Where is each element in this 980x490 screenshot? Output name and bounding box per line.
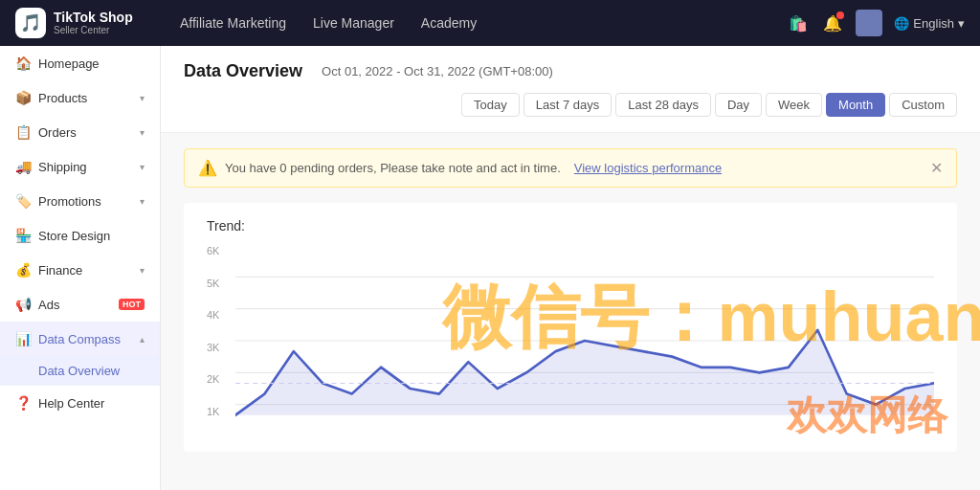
nav-academy[interactable]: Academy (421, 11, 477, 34)
brand-name: TikTok Shop (54, 10, 133, 26)
sidebar-item-data-compass[interactable]: 📊 Data Compass ▴ (0, 322, 160, 356)
time-filters: Today Last 7 days Last 28 days Day Week … (461, 93, 957, 117)
language-selector[interactable]: 🌐 English ▾ (894, 16, 965, 31)
filter-custom[interactable]: Custom (889, 93, 957, 117)
nav-live-manager[interactable]: Live Manager (313, 11, 394, 34)
logo: 🎵 TikTok Shop Seller Center (15, 8, 149, 38)
sidebar-item-orders[interactable]: 📋 Orders ▾ (0, 115, 160, 149)
alert-icon: ⚠️ (198, 159, 217, 177)
sidebar-item-products[interactable]: 📦 Products ▾ (0, 80, 160, 115)
filter-month[interactable]: Month (826, 93, 885, 117)
y-axis: 1K 2K 3K 4K 5K 6K (207, 245, 235, 417)
filter-day[interactable]: Day (715, 93, 762, 117)
alert-link[interactable]: View logistics performance (574, 161, 722, 175)
trend-chart (235, 245, 934, 436)
y-label-2k: 2K (207, 373, 235, 385)
page-title: Data Overview (184, 61, 302, 81)
tiktok-logo-icon: 🎵 (15, 8, 46, 38)
nav-right: 🛍️ 🔔 🌐 English ▾ (787, 10, 965, 36)
sidebar: 🏠 Homepage 📦 Products ▾ 📋 Orders ▾ 🚚 Shi… (0, 46, 161, 490)
brand-sub: Seller Center (54, 25, 133, 36)
nav-links: Affiliate Marketing Live Manager Academy (180, 11, 756, 34)
filter-last7[interactable]: Last 7 days (523, 93, 612, 117)
sidebar-item-promotions[interactable]: 🏷️ Promotions ▾ (0, 184, 160, 218)
chevron-shipping: ▾ (140, 162, 145, 172)
home-icon: 🏠 (15, 56, 31, 71)
store-design-icon: 🏪 (15, 228, 31, 243)
chevron-promotions: ▾ (140, 196, 145, 207)
shop-icon[interactable]: 🛍️ (787, 11, 810, 34)
sidebar-label-help-center: Help Center (38, 396, 145, 411)
date-range: Oct 01, 2022 - Oct 31, 2022 (GMT+08:00) (322, 64, 553, 78)
sidebar-label-products: Products (38, 91, 132, 105)
filter-today[interactable]: Today (461, 93, 520, 117)
hot-badge: HOT (119, 299, 145, 310)
chevron-finance: ▾ (140, 265, 145, 276)
y-label-5k: 5K (207, 278, 235, 289)
chart-container: 1K 2K 3K 4K 5K 6K (207, 245, 934, 436)
y-label-4k: 4K (207, 309, 235, 321)
sidebar-subitem-data-overview[interactable]: Data Overview (0, 356, 160, 386)
logo-text: TikTok Shop Seller Center (54, 10, 133, 37)
y-label-3k: 3K (207, 342, 235, 353)
orders-icon: 📋 (15, 124, 31, 140)
sidebar-item-store-design[interactable]: 🏪 Store Design (0, 218, 160, 253)
main-layout: 🏠 Homepage 📦 Products ▾ 📋 Orders ▾ 🚚 Shi… (0, 46, 980, 490)
overview-header: Data Overview Oct 01, 2022 - Oct 31, 202… (161, 46, 980, 133)
sidebar-item-homepage[interactable]: 🏠 Homepage (0, 46, 160, 80)
sidebar-label-promotions: Promotions (38, 194, 132, 209)
sidebar-label-shipping: Shipping (38, 160, 132, 174)
finance-icon: 💰 (15, 262, 31, 278)
notification-badge (836, 11, 844, 19)
sidebar-label-homepage: Homepage (38, 56, 145, 71)
sidebar-item-help-center[interactable]: ❓ Help Center (0, 386, 160, 420)
bell-icon[interactable]: 🔔 (821, 11, 844, 34)
avatar[interactable] (856, 10, 882, 36)
sidebar-label-store-design: Store Design (38, 229, 145, 243)
chevron-data-compass: ▴ (140, 334, 145, 345)
top-nav: 🎵 TikTok Shop Seller Center Affiliate Ma… (0, 0, 980, 46)
data-compass-icon: 📊 (15, 331, 31, 346)
nav-affiliate-marketing[interactable]: Affiliate Marketing (180, 11, 286, 34)
sidebar-item-shipping[interactable]: 🚚 Shipping ▾ (0, 149, 160, 184)
alert-message: You have 0 pending orders, Please take n… (225, 161, 561, 175)
ads-icon: 📢 (15, 297, 31, 312)
chart-section: Trend: 1K 2K 3K 4K 5K 6K (184, 203, 957, 452)
alert-banner: ⚠️ You have 0 pending orders, Please tak… (184, 148, 957, 188)
sidebar-label-finance: Finance (38, 263, 132, 278)
chart-title: Trend: (207, 218, 934, 234)
lang-label: English (913, 16, 954, 31)
filter-week[interactable]: Week (766, 93, 822, 117)
main-content: Data Overview Oct 01, 2022 - Oct 31, 202… (161, 46, 980, 490)
products-icon: 📦 (15, 90, 31, 105)
sidebar-label-orders: Orders (38, 125, 132, 140)
sub-label-data-overview: Data Overview (38, 364, 120, 378)
y-label-6k: 6K (207, 245, 235, 256)
sidebar-label-data-compass: Data Compass (38, 332, 132, 346)
sidebar-item-finance[interactable]: 💰 Finance ▾ (0, 253, 160, 287)
alert-close-button[interactable]: ✕ (930, 159, 943, 177)
sidebar-item-ads[interactable]: 📢 Ads HOT (0, 287, 160, 322)
chevron-products: ▾ (140, 93, 145, 103)
sidebar-label-ads: Ads (38, 298, 111, 312)
shipping-icon: 🚚 (15, 159, 31, 174)
help-icon: ❓ (15, 395, 31, 411)
chevron-orders: ▾ (140, 127, 145, 138)
promotions-icon: 🏷️ (15, 193, 31, 209)
filter-last28[interactable]: Last 28 days (615, 93, 711, 117)
y-label-1k: 1K (207, 406, 235, 417)
